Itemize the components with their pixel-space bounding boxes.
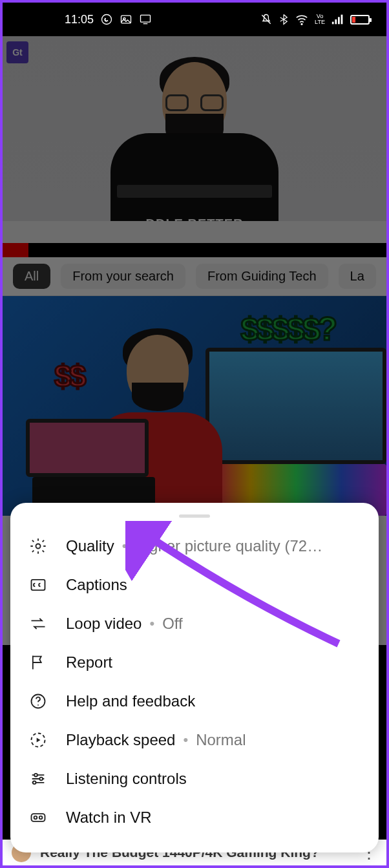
dollars-big: $$$$$? (240, 310, 335, 348)
menu-item-watch-vr[interactable]: Watch in VR (10, 798, 379, 837)
speed-icon (28, 731, 48, 749)
channel-logo: Gt (6, 41, 28, 63)
loop-icon (28, 615, 48, 633)
whatsapp-icon (100, 13, 113, 26)
menu-item-loop[interactable]: Loop video • Off (10, 604, 379, 643)
bluetooth-icon (278, 14, 289, 25)
sheet-drag-handle[interactable] (179, 514, 210, 518)
signal-icon (331, 12, 345, 26)
menu-value: Off (162, 615, 183, 633)
device-frame: 11:05 Vo LTE (0, 0, 389, 868)
volte-label: Vo LTE (314, 14, 326, 25)
cast-icon (139, 13, 152, 26)
menu-value: Higher picture quality (72… (134, 537, 322, 555)
chip-all[interactable]: All (13, 264, 50, 289)
vr-icon (28, 809, 48, 827)
battery-icon (350, 15, 370, 25)
video-progress-bar[interactable] (3, 243, 386, 257)
gear-icon (28, 537, 48, 555)
svg-point-16 (33, 781, 36, 785)
chip-from-search[interactable]: From your search (61, 264, 185, 289)
menu-item-captions[interactable]: Captions (10, 566, 379, 604)
menu-label: Playback speed (66, 731, 175, 749)
menu-label: Help and feedback (66, 692, 195, 710)
status-bar: 11:05 Vo LTE (3, 3, 386, 36)
svg-point-18 (34, 816, 37, 820)
menu-label: Listening controls (66, 770, 187, 788)
captions-icon (28, 576, 48, 594)
menu-item-help[interactable]: Help and feedback (10, 682, 379, 721)
photo-icon (120, 13, 132, 26)
svg-rect-6 (335, 19, 337, 24)
svg-point-9 (36, 544, 41, 549)
suggested-video-thumbnail[interactable]: $$$$$? $$ (3, 296, 386, 516)
menu-item-quality[interactable]: Quality • Higher picture quality (72… (10, 527, 379, 566)
wifi-icon (295, 12, 309, 26)
svg-point-15 (39, 778, 43, 781)
svg-point-4 (301, 23, 302, 25)
menu-label: Watch in VR (66, 809, 151, 827)
mute-icon (260, 13, 273, 26)
svg-rect-3 (141, 15, 151, 22)
player-settings-sheet: Quality • Higher picture quality (72… Ca… (10, 503, 379, 852)
svg-rect-7 (338, 17, 340, 24)
svg-point-12 (37, 704, 39, 706)
svg-point-0 (102, 15, 112, 25)
menu-item-listening-controls[interactable]: Listening controls (10, 759, 379, 798)
flag-icon (28, 653, 48, 672)
help-icon (28, 692, 48, 710)
menu-label: Quality (66, 537, 114, 555)
menu-label: Report (66, 653, 112, 672)
svg-rect-5 (332, 22, 334, 25)
menu-item-playback-speed[interactable]: Playback speed • Normal (10, 721, 379, 759)
svg-point-19 (39, 816, 43, 820)
chip-from-channel[interactable]: From Guiding Tech (196, 264, 328, 289)
status-time: 11:05 (65, 13, 94, 26)
sliders-icon (28, 770, 48, 788)
menu-label: Captions (66, 576, 127, 594)
svg-point-14 (34, 774, 37, 777)
menu-label: Loop video (66, 615, 142, 633)
chip-more[interactable]: La (339, 264, 376, 289)
menu-value: Normal (196, 731, 246, 749)
menu-item-report[interactable]: Report (10, 643, 379, 682)
video-player[interactable]: Gt DDLE BETTER (3, 36, 386, 243)
filter-chips-row[interactable]: All From your search From Guiding Tech L… (3, 257, 386, 296)
svg-rect-8 (341, 15, 343, 25)
dollars-small: $$ (54, 358, 83, 394)
